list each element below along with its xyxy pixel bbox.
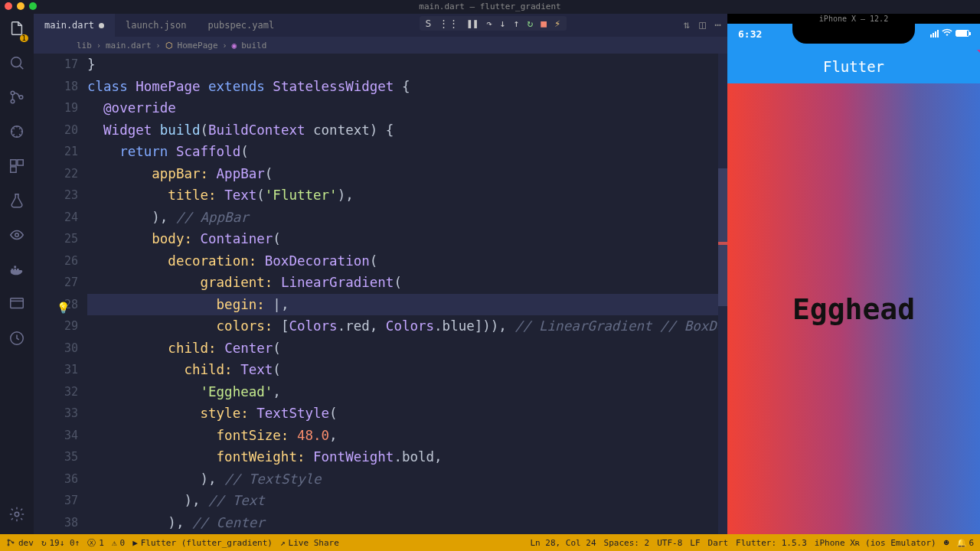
code-line-22[interactable]: appBar: AppBar( [87,163,727,185]
code-line-38[interactable]: ), // Center [87,512,727,534]
minimap[interactable] [718,54,727,534]
stop-icon[interactable]: ■ [541,18,547,29]
svg-rect-6 [18,160,23,165]
code-line-26[interactable]: decoration: BoxDecoration( [87,250,727,272]
simulator-device-label: iPhone X — 12.2 [727,14,980,24]
more-actions-icon[interactable]: ⋯ [715,18,721,31]
code-line-29[interactable]: colors: [Colors.red, Colors.blue])), // … [87,315,727,337]
debug-toolbar: S ⋮⋮ ❚❚ ↷ ↓ ↑ ↻ ■ ⚡ [420,16,567,31]
code-line-27[interactable]: gradient: LinearGradient( [87,272,727,294]
extensions-icon[interactable] [8,158,25,178]
flutter-version[interactable]: Flutter: 1.5.3 [736,538,807,548]
test-icon[interactable] [8,192,25,213]
maximize-window-button[interactable] [29,2,37,10]
breadcrumb-file[interactable]: main.dart [106,41,152,51]
lightbulb-icon[interactable]: 💡 [57,297,70,319]
settings-gear-icon[interactable] [8,506,25,527]
code-line-20[interactable]: Widget build(BuildContext context) { [87,119,727,142]
preview-icon[interactable] [8,295,25,316]
svg-rect-5 [11,160,16,165]
modified-indicator-icon [99,23,104,28]
code-line-28[interactable]: 💡 begin: |, [87,294,727,316]
docker-icon[interactable] [8,261,25,282]
breadcrumb-folder[interactable]: lib [77,41,92,51]
code-line-23[interactable]: title: Text('Flutter'), [87,184,727,207]
window-title: main.dart — flutter_gradient [419,2,560,11]
language-mode[interactable]: Dart [708,538,729,548]
explorer-badge: 1 [20,34,28,42]
code-line-36[interactable]: ), // TextStyle [87,468,727,491]
svg-point-2 [11,99,15,103]
tab-launch-json[interactable]: launch.json [115,14,197,37]
problems-warnings[interactable]: ⚠ 0 [112,538,125,548]
chevron-right-icon: › [223,41,227,50]
explorer-icon[interactable]: 1 [8,20,25,41]
restart-icon[interactable]: ↻ [528,18,534,29]
compare-icon[interactable]: ⇅ [684,18,690,31]
minimize-window-button[interactable] [17,2,24,10]
svg-point-8 [15,233,19,237]
cursor-position[interactable]: Ln 28, Col 24 [531,538,596,548]
git-branch[interactable]: dev [6,538,34,548]
svg-rect-13 [11,298,24,308]
live-share[interactable]: ↗ Live Share [280,538,339,548]
problems-errors[interactable]: ⓧ 1 [87,537,104,549]
svg-point-18 [12,542,14,543]
app-body-text: Egghead [792,292,915,326]
tab-main-dart[interactable]: main.dart [34,14,115,37]
indentation[interactable]: Spaces: 2 [604,538,650,548]
code-line-21[interactable]: return Scaffold( [87,141,727,163]
app-body: Egghead [727,83,980,534]
svg-point-4 [11,126,23,138]
code-line-37[interactable]: ), // Text [87,490,727,512]
step-into-icon[interactable]: ↓ [500,18,506,29]
hot-reload-icon[interactable]: ⚡ [554,18,560,29]
minimap-thumb[interactable] [718,168,727,306]
notifications[interactable]: 🔔6 [956,538,974,548]
chevron-right-icon: › [156,41,161,50]
eol[interactable]: LF [690,538,700,548]
activity-bar: 1 [0,14,34,534]
liveshare-icon[interactable] [8,227,25,247]
code-line-18[interactable]: class HomePage extends StatelessWidget { [87,76,727,98]
step-out-icon[interactable]: ↑ [514,18,520,29]
close-window-button[interactable] [5,2,12,10]
step-over-icon[interactable]: ↷ [486,18,492,29]
source-control-icon[interactable] [8,89,25,109]
code-line-34[interactable]: fontSize: 48.0, [87,425,727,447]
svg-point-3 [19,96,23,99]
pause-icon[interactable]: ❚❚ [466,18,479,29]
phone-notch [792,24,915,44]
search-icon[interactable] [8,54,25,75]
svg-rect-12 [14,266,16,268]
run-target[interactable]: ▶ Flutter (flutter_gradient) [132,538,273,548]
code-line-17[interactable]: } [87,54,727,76]
editor-tabs: main.dartlaunch.jsonpubspec.yaml S ⋮⋮ ❚❚… [34,14,727,37]
code-line-19[interactable]: @override [87,97,727,119]
code-line-30[interactable]: child: Center( [87,337,727,360]
debug-icon[interactable] [8,123,25,144]
code-line-32[interactable]: 'Egghead', [87,381,727,403]
breadcrumb-method[interactable]: build [241,41,266,51]
drag-handle-icon[interactable]: ⋮⋮ [439,18,459,29]
split-editor-icon[interactable]: ◫ [699,18,705,31]
clock-icon[interactable] [8,330,25,350]
svg-point-16 [8,540,9,541]
breadcrumb[interactable]: lib › main.dart › ⬡ HomePage › ◉ build [34,37,727,54]
tab-pubspec-yaml[interactable]: pubspec.yaml [198,14,286,37]
breadcrumb-class[interactable]: HomePage [178,41,218,51]
encoding[interactable]: UTF-8 [657,538,682,548]
status-bar: dev ↻ 19↓ 0↑ ⓧ 1 ⚠ 0 ▶ Flutter (flutter_… [0,534,980,551]
feedback-icon[interactable]: ☻ [944,538,949,548]
device-selector[interactable]: iPhone Xʀ (ios Emulator) [815,538,936,548]
window-titlebar: main.dart — flutter_gradient [0,0,980,14]
code-line-33[interactable]: style: TextStyle( [87,403,727,425]
git-sync[interactable]: ↻ 19↓ 0↑ [41,538,80,548]
code-line-25[interactable]: body: Container( [87,228,727,250]
code-editor[interactable]: 1718192021222324252627282930313233343536… [34,54,727,534]
code-line-35[interactable]: fontWeight: FontWeight.bold, [87,446,727,468]
signal-icon [930,30,939,37]
svg-point-0 [11,57,21,67]
code-line-31[interactable]: child: Text( [87,359,727,381]
code-line-24[interactable]: ), // AppBar [87,207,727,229]
